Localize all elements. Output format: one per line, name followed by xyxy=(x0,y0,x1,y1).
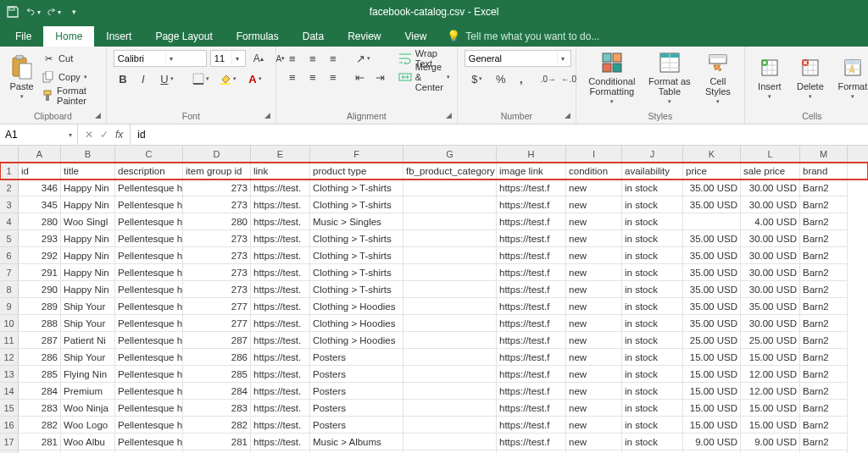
column-header[interactable]: D xyxy=(183,146,251,162)
cell[interactable]: 15.00 USD xyxy=(741,417,800,434)
cell[interactable]: new xyxy=(566,298,622,315)
cell[interactable]: 286 xyxy=(19,349,61,366)
cell[interactable]: sale price xyxy=(741,163,800,180)
cell[interactable]: Happy Nin xyxy=(61,230,115,247)
fill-color-button[interactable]: ▾ xyxy=(215,70,241,87)
row-header[interactable]: 5 xyxy=(0,230,19,247)
cell[interactable]: 35.00 USD xyxy=(683,230,741,247)
cell[interactable]: 290 xyxy=(19,281,61,298)
cut-button[interactable]: ✂ Cut xyxy=(42,50,99,67)
cell[interactable]: 35.00 USD xyxy=(741,298,800,315)
cell[interactable]: 282 xyxy=(183,417,251,434)
tab-review[interactable]: Review xyxy=(336,26,392,47)
cell[interactable]: 15.00 USD xyxy=(683,383,741,400)
cell[interactable]: Barn2 xyxy=(800,315,848,332)
cell[interactable]: 282 xyxy=(19,417,61,434)
column-header[interactable]: E xyxy=(251,146,310,162)
number-format-combo[interactable]: ▾ xyxy=(465,50,571,67)
cell[interactable]: 9.00 USD xyxy=(683,434,741,450)
comma-format-button[interactable]: , xyxy=(512,70,531,87)
cell[interactable]: Pellentesque h xyxy=(115,332,183,349)
increase-indent-button[interactable]: ⇥ xyxy=(371,69,390,86)
select-all-corner[interactable] xyxy=(0,146,19,162)
cell[interactable]: new xyxy=(566,281,622,298)
cell[interactable]: 30.00 USD xyxy=(741,180,800,196)
cell[interactable]: id xyxy=(19,163,61,180)
cell[interactable]: https://test. xyxy=(251,417,310,434)
cell[interactable]: Woo Albu xyxy=(61,434,115,450)
cell[interactable]: Ship Your xyxy=(61,298,115,315)
cell[interactable]: in stock xyxy=(622,434,683,450)
cell[interactable]: brand xyxy=(800,163,848,180)
cell[interactable]: Woo Ninja xyxy=(61,400,115,417)
cell[interactable]: Happy Nin xyxy=(61,264,115,281)
cell[interactable]: https://test. xyxy=(251,366,310,383)
orientation-button[interactable]: ↗▾ xyxy=(351,50,376,67)
cell[interactable]: Woo Logo xyxy=(61,417,115,434)
cell[interactable]: Pellentesque h xyxy=(115,213,183,230)
column-header[interactable]: A xyxy=(19,146,61,162)
cell[interactable]: https://test. xyxy=(251,434,310,450)
chevron-down-icon[interactable]: ▾ xyxy=(69,131,72,139)
column-header[interactable]: C xyxy=(115,146,183,162)
cell[interactable]: Premium xyxy=(61,383,115,400)
cell[interactable]: new xyxy=(566,247,622,264)
cell[interactable]: 283 xyxy=(19,400,61,417)
align-center-button[interactable]: ≡ xyxy=(303,69,322,86)
cell[interactable]: in stock xyxy=(622,264,683,281)
column-header[interactable]: K xyxy=(683,146,741,162)
cell[interactable]: Pellentesque h xyxy=(115,196,183,213)
cell[interactable]: in stock xyxy=(622,383,683,400)
cell[interactable]: new xyxy=(566,264,622,281)
copy-button[interactable]: Copy ▾ xyxy=(42,69,99,86)
cell[interactable]: Pellentesque h xyxy=(115,315,183,332)
cell[interactable]: https://test.f xyxy=(497,349,566,366)
cell[interactable]: https://test. xyxy=(251,383,310,400)
cell[interactable]: Barn2 xyxy=(800,417,848,434)
column-header[interactable]: J xyxy=(622,146,683,162)
cell[interactable] xyxy=(403,281,497,298)
cell[interactable]: https://test. xyxy=(251,400,310,417)
number-format-input[interactable] xyxy=(465,53,557,64)
cell[interactable]: Posters xyxy=(310,383,403,400)
column-header[interactable]: G xyxy=(403,146,497,162)
tab-file[interactable]: File xyxy=(3,26,43,47)
cell[interactable]: 284 xyxy=(19,383,61,400)
row-header[interactable]: 7 xyxy=(0,264,19,281)
cell[interactable]: https://test.f xyxy=(497,332,566,349)
cell[interactable]: Pellentesque h xyxy=(115,417,183,434)
percent-format-button[interactable]: % xyxy=(492,70,510,87)
cell[interactable]: https://test. xyxy=(251,213,310,230)
cell[interactable]: new xyxy=(566,315,622,332)
cell[interactable]: 281 xyxy=(183,434,251,450)
cell[interactable]: in stock xyxy=(622,332,683,349)
cell[interactable]: 293 xyxy=(19,230,61,247)
cell[interactable] xyxy=(403,230,497,247)
chevron-down-icon[interactable]: ▾ xyxy=(165,51,177,66)
cell[interactable]: Barn2 xyxy=(800,298,848,315)
cell[interactable]: Pellentesque h xyxy=(115,264,183,281)
cell[interactable] xyxy=(403,434,497,450)
increase-decimal-button[interactable]: .0→ xyxy=(539,70,558,87)
cell[interactable]: in stock xyxy=(622,213,683,230)
conditional-formatting-button[interactable]: Conditional Formatting▾ xyxy=(583,50,641,106)
cell[interactable]: https://test. xyxy=(251,298,310,315)
cell[interactable]: Music > Singles xyxy=(310,213,403,230)
bold-button[interactable]: B xyxy=(114,70,132,87)
cell[interactable]: Clothing > T-shirts xyxy=(310,264,403,281)
cell[interactable]: new xyxy=(566,417,622,434)
cell[interactable]: 280 xyxy=(19,213,61,230)
row-header[interactable]: 3 xyxy=(0,196,19,213)
chevron-down-icon[interactable]: ▾ xyxy=(231,51,243,66)
cell[interactable]: https://test.f xyxy=(497,264,566,281)
spreadsheet-grid[interactable]: ABCDEFGHIJKLM 1idtitledescriptionitem gr… xyxy=(0,146,868,453)
cell[interactable]: https://test. xyxy=(251,349,310,366)
row-header[interactable]: 17 xyxy=(0,434,19,450)
cell[interactable] xyxy=(403,417,497,434)
font-size-combo[interactable]: ▾ xyxy=(210,50,246,67)
cell[interactable]: title xyxy=(61,163,115,180)
cell[interactable] xyxy=(403,213,497,230)
cell[interactable]: Barn2 xyxy=(800,230,848,247)
cell[interactable]: new xyxy=(566,366,622,383)
format-as-table-button[interactable]: Format as Table▾ xyxy=(646,50,693,106)
